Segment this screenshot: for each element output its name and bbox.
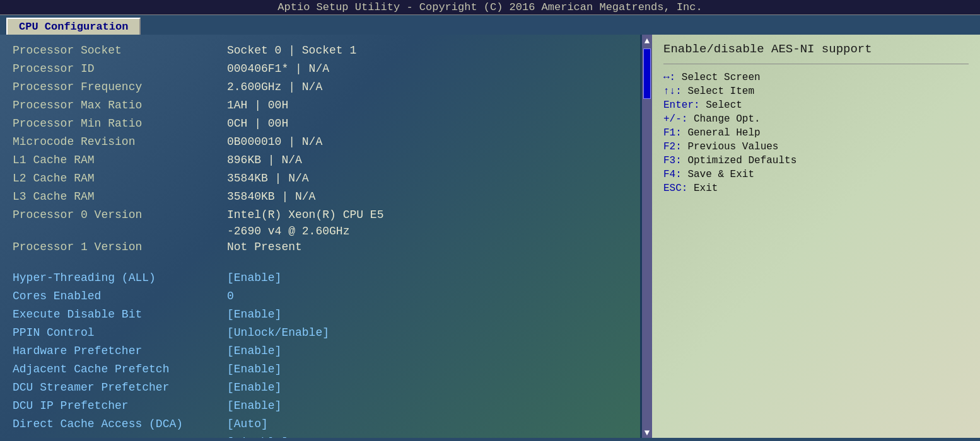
main-content: Processor SocketSocket 0 | Socket 1Proce… <box>0 35 980 438</box>
shortcut-desc: Select <box>706 100 742 111</box>
tab-bar: CPU Configuration <box>0 15 980 35</box>
clickable-rows-container: Hyper-Threading (ALL)[Enable]Cores Enabl… <box>13 270 627 438</box>
clickable-value: [Unlock/Enable] <box>227 324 329 341</box>
clickable-label: PPIN Control <box>13 324 227 341</box>
info-value: 1AH | 00H <box>227 97 288 114</box>
info-rows-container: Processor SocketSocket 0 | Socket 1Proce… <box>13 42 627 256</box>
info-label: L1 Cache RAM <box>13 152 227 169</box>
clickable-label: Direct Cache Access (DCA) <box>13 416 227 433</box>
shortcut-desc: Previous Values <box>687 141 778 152</box>
shortcut-desc: Exit <box>694 183 718 194</box>
clickable-value: 0 <box>227 288 234 305</box>
info-row: Processor ID000406F1* | N/A <box>13 60 627 77</box>
shortcut-key: ↔: <box>663 72 682 83</box>
left-panel: Processor SocketSocket 0 | Socket 1Proce… <box>0 35 642 438</box>
shortcut-item: F2: Previous Values <box>663 141 969 152</box>
clickable-row[interactable]: DCU Streamer Prefetcher[Enable] <box>13 379 627 396</box>
info-label: Processor 1 Version <box>13 239 227 256</box>
clickable-row[interactable]: X2APIC[Disable] <box>13 434 627 438</box>
shortcut-key: F2: <box>663 141 687 152</box>
info-row: Processor Min Ratio0CH | 00H <box>13 115 627 132</box>
info-label: L3 Cache RAM <box>13 188 227 205</box>
info-value: Socket 0 | Socket 1 <box>227 42 356 59</box>
shortcut-key: +/-: <box>663 113 694 125</box>
shortcut-item: F4: Save & Exit <box>663 169 969 180</box>
info-row: Processor SocketSocket 0 | Socket 1 <box>13 42 627 59</box>
info-continuation-row: -2690 v4 @ 2.60GHz <box>13 225 627 238</box>
shortcut-item: ↔: Select Screen <box>663 72 969 83</box>
info-label: Processor ID <box>13 60 227 77</box>
shortcut-desc: Optimized Defaults <box>687 155 796 166</box>
info-value: 896KB | N/A <box>227 152 302 169</box>
clickable-value: [Disable] <box>227 434 288 438</box>
clickable-label: X2APIC <box>13 434 227 438</box>
help-title: Enable/disable AES-NI support <box>663 42 969 56</box>
shortcut-desc: General Help <box>687 127 760 139</box>
shortcut-item: ↑↓: Select Item <box>663 86 969 97</box>
top-bar-text: Aptio Setup Utility - Copyright (C) 2016… <box>277 1 702 13</box>
info-label: Processor Max Ratio <box>13 97 227 114</box>
shortcut-item: F3: Optimized Defaults <box>663 155 969 166</box>
info-value: 0CH | 00H <box>227 115 288 132</box>
scrollbar-thumb[interactable] <box>643 49 651 99</box>
info-row: L3 Cache RAM35840KB | N/A <box>13 188 627 205</box>
info-value: Not Present <box>227 239 302 256</box>
divider <box>663 64 969 64</box>
clickable-value: [Enable] <box>227 398 281 415</box>
clickable-value: [Auto] <box>227 416 268 433</box>
clickable-row[interactable]: Execute Disable Bit[Enable] <box>13 306 627 323</box>
shortcut-key: Enter: <box>663 100 706 111</box>
info-row: L1 Cache RAM896KB | N/A <box>13 152 627 169</box>
shortcut-item: ESC: Exit <box>663 183 969 194</box>
clickable-row[interactable]: Hyper-Threading (ALL)[Enable] <box>13 270 627 287</box>
clickable-row[interactable]: Hardware Prefetcher[Enable] <box>13 343 627 360</box>
shortcut-item: Enter: Select <box>663 100 969 111</box>
info-row: Microcode Revision0B000010 | N/A <box>13 134 627 151</box>
info-label: Processor Frequency <box>13 79 227 96</box>
clickable-value: [Enable] <box>227 343 281 360</box>
cpu-configuration-tab[interactable]: CPU Configuration <box>6 18 141 35</box>
clickable-row[interactable]: Direct Cache Access (DCA)[Auto] <box>13 416 627 433</box>
clickable-value: [Enable] <box>227 361 281 378</box>
scrollbar[interactable]: ▲ ▼ <box>642 35 652 438</box>
clickable-row[interactable]: PPIN Control[Unlock/Enable] <box>13 324 627 341</box>
info-value: 0B000010 | N/A <box>227 134 322 151</box>
shortcut-key: F3: <box>663 155 687 166</box>
info-value: Intel(R) Xeon(R) CPU E5 <box>227 207 383 224</box>
info-row: Processor 1 VersionNot Present <box>13 239 627 256</box>
shortcuts-container: ↔: Select Screen↑↓: Select ItemEnter: Se… <box>663 72 969 194</box>
info-label: Processor Socket <box>13 42 227 59</box>
info-label: Processor 0 Version <box>13 207 227 224</box>
shortcut-desc: Select Screen <box>682 72 761 83</box>
clickable-label: Cores Enabled <box>13 288 227 305</box>
clickable-row[interactable]: DCU IP Prefetcher[Enable] <box>13 398 627 415</box>
clickable-label: Hyper-Threading (ALL) <box>13 270 227 287</box>
clickable-value: [Enable] <box>227 306 281 323</box>
info-row: L2 Cache RAM3584KB | N/A <box>13 170 627 187</box>
clickable-label: Execute Disable Bit <box>13 306 227 323</box>
info-label: Microcode Revision <box>13 134 227 151</box>
shortcut-desc: Change Opt. <box>694 113 761 125</box>
info-row: Processor Max Ratio1AH | 00H <box>13 97 627 114</box>
shortcut-key: ↑↓: <box>663 86 687 97</box>
top-bar: Aptio Setup Utility - Copyright (C) 2016… <box>0 0 980 15</box>
shortcut-item: F1: General Help <box>663 127 969 139</box>
clickable-row[interactable]: Cores Enabled0 <box>13 288 627 305</box>
info-value: 35840KB | N/A <box>227 188 315 205</box>
shortcut-key: F1: <box>663 127 687 139</box>
right-panel: Enable/disable AES-NI support ↔: Select … <box>652 35 980 438</box>
clickable-value: [Enable] <box>227 379 281 396</box>
info-value: 3584KB | N/A <box>227 170 309 187</box>
clickable-label: DCU Streamer Prefetcher <box>13 379 227 396</box>
info-value: 000406F1* | N/A <box>227 60 329 77</box>
shortcut-desc: Select Item <box>687 86 754 97</box>
clickable-label: Adjacent Cache Prefetch <box>13 361 227 378</box>
info-value: 2.600GHz | N/A <box>227 79 322 96</box>
clickable-row[interactable]: Adjacent Cache Prefetch[Enable] <box>13 361 627 378</box>
info-label: Processor Min Ratio <box>13 115 227 132</box>
info-row: Processor 0 VersionIntel(R) Xeon(R) CPU … <box>13 207 627 224</box>
clickable-label: Hardware Prefetcher <box>13 343 227 360</box>
shortcut-item: +/-: Change Opt. <box>663 113 969 125</box>
clickable-label: DCU IP Prefetcher <box>13 398 227 415</box>
shortcut-desc: Save & Exit <box>687 169 754 180</box>
